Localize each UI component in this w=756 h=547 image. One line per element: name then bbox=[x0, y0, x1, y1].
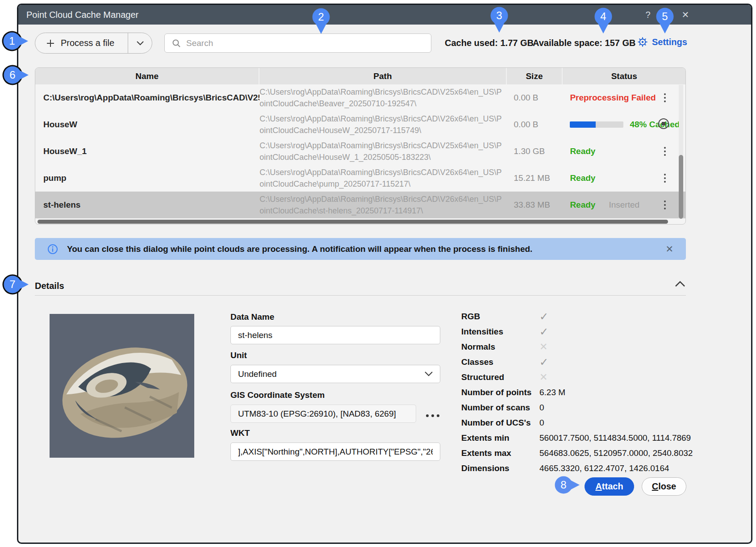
row-name: pump bbox=[35, 173, 259, 183]
row-size: 0.00 B bbox=[507, 120, 563, 129]
gis-coordinate-system-value: UTM83-10 (EPSG:26910), [NAD83, 6269] bbox=[238, 409, 396, 419]
svg-text:4: 4 bbox=[600, 10, 606, 22]
row-menu-icon[interactable] bbox=[662, 145, 668, 158]
attach-label: Attach bbox=[595, 481, 623, 492]
cache-table: Name Path Size Status C:\Users\rog\AppDa… bbox=[35, 67, 686, 225]
settings-label: Settings bbox=[652, 37, 687, 47]
callout-badge-6: 6 bbox=[2, 65, 29, 85]
callout-badge-1: 1 bbox=[2, 31, 29, 51]
prop-label: Number of scans bbox=[461, 403, 539, 413]
svg-text:5: 5 bbox=[662, 10, 668, 22]
titlebar: Point Cloud Cache Manager ? ✕ bbox=[18, 5, 751, 25]
callout-badge-3: 3 bbox=[489, 6, 510, 33]
row-size: 1.30 GB bbox=[507, 146, 563, 156]
status-ready: Ready bbox=[570, 146, 595, 156]
table-row[interactable]: HouseW_1 C:\Users\rog\AppData\Roaming\Br… bbox=[35, 138, 685, 165]
dialog-title: Point Cloud Cache Manager bbox=[26, 10, 138, 20]
row-menu-icon[interactable] bbox=[662, 172, 668, 184]
check-icon: ✓ bbox=[539, 326, 548, 337]
details-heading: Details bbox=[35, 281, 64, 291]
chevron-down-icon bbox=[137, 41, 144, 46]
prop-label: Extents max bbox=[461, 448, 539, 458]
vertical-scrollbar[interactable] bbox=[679, 85, 683, 219]
row-name: st-helens bbox=[35, 200, 259, 210]
header-name[interactable]: Name bbox=[35, 68, 259, 84]
cross-icon: ✕ bbox=[539, 342, 547, 352]
header-path[interactable]: Path bbox=[259, 68, 506, 84]
wkt-input[interactable] bbox=[230, 443, 440, 461]
data-name-input[interactable] bbox=[230, 326, 440, 344]
row-path: C:\Users\rog\AppData\Roaming\Bricsys\Bri… bbox=[259, 113, 506, 136]
prop-label: Dimensions bbox=[461, 463, 539, 473]
callout-badge-7: 7 bbox=[2, 274, 29, 295]
prop-label: Structured bbox=[461, 372, 539, 382]
svg-text:6: 6 bbox=[9, 69, 15, 81]
process-a-file-dropdown[interactable] bbox=[128, 33, 152, 53]
prop-label: Classes bbox=[461, 357, 539, 367]
prop-value: 0 bbox=[539, 403, 544, 413]
prop-value: 4665.3320, 6122.4707, 1426.0164 bbox=[539, 463, 669, 473]
svg-text:2: 2 bbox=[318, 11, 324, 23]
table-row[interactable]: HouseW C:\Users\rog\AppData\Roaming\Bric… bbox=[35, 111, 685, 138]
prop-value: 560017.7500, 5114834.5000, 1114.7869 bbox=[539, 433, 691, 443]
callout-badge-5: 5 bbox=[655, 7, 675, 34]
table-row[interactable]: C:\Users\rog\AppData\Roaming\Bricsys\Bri… bbox=[35, 84, 685, 111]
close-icon[interactable]: ✕ bbox=[676, 5, 695, 25]
prop-label: Number of UCS's bbox=[461, 418, 539, 428]
settings-button[interactable]: Settings bbox=[637, 37, 687, 47]
svg-text:8: 8 bbox=[560, 479, 566, 491]
status-ready: Ready bbox=[570, 200, 595, 210]
close-label: Close bbox=[652, 481, 676, 492]
banner-close-icon[interactable]: ✕ bbox=[665, 244, 673, 255]
prop-value: 564683.0625, 5120957.0000, 2540.8032 bbox=[539, 448, 693, 458]
collapse-details-icon[interactable] bbox=[675, 281, 685, 289]
process-a-file-main[interactable]: Process a file bbox=[35, 33, 128, 53]
header-status[interactable]: Status bbox=[563, 68, 685, 84]
row-name: HouseW bbox=[35, 120, 259, 129]
search-input[interactable] bbox=[186, 34, 431, 52]
process-a-file-button[interactable]: Process a file bbox=[35, 33, 152, 54]
row-menu-icon[interactable] bbox=[662, 92, 668, 104]
cache-used-stat: Cache used: 1.77 GB bbox=[445, 38, 534, 48]
row-size: 15.21 MB bbox=[507, 173, 563, 183]
row-size: 33.83 MB bbox=[507, 200, 563, 210]
attach-button[interactable]: Attach bbox=[585, 477, 634, 496]
wkt-label: WKT bbox=[230, 428, 250, 438]
browse-coordinate-system-button[interactable] bbox=[422, 409, 443, 422]
svg-text:3: 3 bbox=[496, 9, 502, 21]
gear-icon bbox=[637, 37, 648, 47]
prop-label: Number of points bbox=[461, 388, 539, 397]
callout-badge-8: 8 bbox=[553, 475, 580, 495]
close-button[interactable]: Close bbox=[642, 477, 686, 496]
row-name: C:\Users\rog\AppData\Roaming\Bricsys\Bri… bbox=[35, 93, 259, 103]
data-name-label: Data Name bbox=[230, 312, 274, 322]
unit-label: Unit bbox=[230, 351, 247, 360]
header-size[interactable]: Size bbox=[507, 68, 563, 84]
progress-bar bbox=[570, 121, 623, 128]
stop-processing-icon[interactable] bbox=[658, 118, 669, 131]
info-banner: You can close this dialog while point cl… bbox=[35, 238, 686, 260]
cross-icon: ✕ bbox=[539, 372, 547, 382]
status-inserted: Inserted bbox=[609, 200, 639, 210]
unit-select[interactable]: Undefined bbox=[230, 365, 440, 383]
point-cloud-preview bbox=[50, 314, 194, 458]
status-caching: 48% Cached bbox=[630, 120, 680, 129]
horizontal-scrollbar[interactable] bbox=[38, 220, 668, 224]
table-row[interactable]: pump C:\Users\rog\AppData\Roaming\Bricsy… bbox=[35, 165, 685, 192]
table-row-selected[interactable]: st-helens C:\Users\rog\AppData\Roaming\B… bbox=[35, 192, 685, 218]
prop-label: Normals bbox=[461, 342, 539, 352]
svg-text:1: 1 bbox=[9, 35, 15, 47]
check-icon: ✓ bbox=[539, 357, 548, 367]
search-box bbox=[164, 33, 431, 53]
available-space-stat: Available space: 157 GB bbox=[533, 38, 636, 48]
row-size: 0.00 B bbox=[507, 93, 563, 103]
row-menu-icon[interactable] bbox=[662, 199, 668, 211]
search-icon bbox=[172, 39, 181, 48]
callout-badge-4: 4 bbox=[593, 7, 614, 34]
plus-icon bbox=[46, 39, 55, 48]
prop-value: 0 bbox=[539, 418, 544, 428]
status-failed: Preprocessing Failed bbox=[570, 93, 656, 103]
status-ready: Ready bbox=[570, 173, 595, 183]
chevron-down-icon bbox=[425, 372, 433, 376]
unit-value: Undefined bbox=[238, 369, 277, 379]
